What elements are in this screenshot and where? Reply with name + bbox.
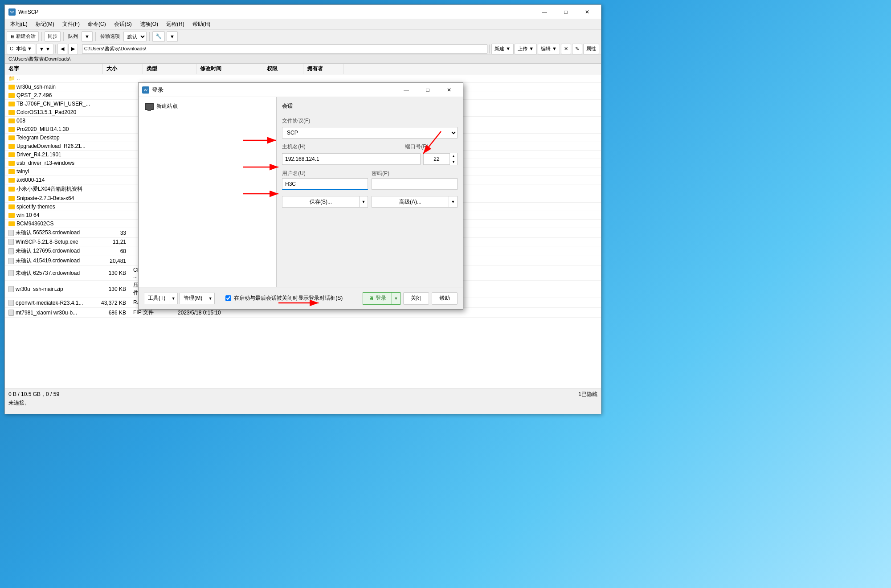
site-tree-panel: 新建站点 <box>139 97 277 287</box>
cancel-button[interactable]: 关闭 <box>403 292 429 305</box>
file-rights-cell <box>232 78 268 79</box>
file-name-cell: usb_driver_r13-windows <box>5 159 94 167</box>
title-bar: W WinSCP — □ ✕ <box>5 5 601 19</box>
rename-button[interactable]: ✎ <box>572 44 582 54</box>
file-name-cell: Snipaste-2.7.3-Beta-x64 <box>5 195 94 202</box>
menu-command[interactable]: 命令(C) <box>84 20 110 29</box>
file-name-cell: Pro2020_MIUI14.1.30 <box>5 126 94 133</box>
sync-button[interactable]: 同步 <box>45 31 61 42</box>
file-name-cell: 📁.. <box>5 75 94 82</box>
file-size-cell: 68 <box>94 248 130 255</box>
dialog-controls: — □ ✕ <box>396 83 459 97</box>
file-date-cell: 2023/5/18 0:15:10 <box>174 309 232 316</box>
file-date-cell <box>174 78 232 79</box>
transfer-label: 传输选项 <box>98 33 122 40</box>
file-size-cell <box>94 86 130 87</box>
file-size-cell <box>94 206 130 207</box>
new-site-item[interactable]: 新建站点 <box>142 101 273 112</box>
advanced-arrow[interactable]: ▼ <box>449 196 458 208</box>
file-name-cell: ax6000-114 <box>5 176 94 184</box>
new-session-button[interactable]: 🖥 新建会话 <box>7 31 39 42</box>
manage-arrow[interactable]: ▼ <box>206 293 215 304</box>
tools-button[interactable]: 工具(T) <box>144 293 169 304</box>
file-size-cell: 130 KB <box>94 286 130 293</box>
protocol-select[interactable]: SCP <box>282 127 458 139</box>
login-dialog: W 登录 — □ ✕ 新建站点 会话 文件协议(F) SCP <box>138 82 463 310</box>
nav-forward[interactable]: ▶ <box>68 44 78 54</box>
col-header-owner[interactable]: 拥有者 <box>303 64 343 74</box>
connection-status: 未连接。 <box>8 399 30 407</box>
queue-button[interactable]: ▼ <box>82 31 93 42</box>
session-panel: 会话 文件协议(F) SCP 主机名(H) 端口号(R) <box>277 97 463 287</box>
file-name-cell: BCM943602CS <box>5 220 94 227</box>
col-header-date: 修改时间 <box>196 64 263 74</box>
credentials-group: 用户名(U) 密码(P) <box>282 170 458 190</box>
props-button[interactable]: 属性 <box>583 44 599 54</box>
drive-select[interactable]: C: 本地 ▼ <box>7 44 35 54</box>
menu-options[interactable]: 选项(O) <box>136 20 162 29</box>
menu-local[interactable]: 本地(L) <box>7 20 31 29</box>
edit-button[interactable]: 编辑 ▼ <box>538 44 560 54</box>
login-button[interactable]: 🖥 登录 <box>363 292 392 305</box>
menu-remote[interactable]: 远程(R) <box>163 20 188 29</box>
menu-file[interactable]: 文件(F) <box>59 20 83 29</box>
dialog-maximize[interactable]: □ <box>417 83 438 97</box>
file-list-header: 名字 大小 类型 修改时间 权限 拥有者 <box>5 64 601 74</box>
file-size-cell <box>94 112 130 113</box>
delete-button[interactable]: ✕ <box>561 44 571 54</box>
addr-sep-2 <box>80 45 80 53</box>
file-name-cell: 小米小爱LX04音箱刷机资料 <box>5 185 94 193</box>
col-header-rights[interactable]: 权限 <box>263 64 303 74</box>
file-type-cell <box>130 78 174 79</box>
menu-help[interactable]: 帮助(H) <box>189 20 214 29</box>
file-size-cell <box>94 215 130 216</box>
col-header-name[interactable]: 名字 <box>5 64 103 74</box>
port-up[interactable]: ▲ <box>450 153 457 159</box>
status-bar: 0 B / 10.5 GB，0 / 59 1已隐藏 未连接。 <box>5 388 601 408</box>
file-owner-cell <box>268 78 303 79</box>
save-arrow[interactable]: ▼ <box>359 196 368 208</box>
port-input[interactable] <box>423 153 450 165</box>
file-name-cell: QPST_2.7.496 <box>5 92 94 99</box>
nav-back[interactable]: ◀ <box>57 44 67 54</box>
advanced-button[interactable]: 高级(A)... <box>372 196 449 208</box>
file-owner-cell <box>268 312 303 313</box>
close-button[interactable]: ✕ <box>577 5 597 19</box>
minimize-button[interactable]: — <box>534 5 555 19</box>
local-path-label: C:\Users\酱紫表\Downloads\ <box>5 55 601 64</box>
new-folder-button[interactable]: 新建 ▼ <box>491 44 514 54</box>
maximize-button[interactable]: □ <box>556 5 576 19</box>
password-input[interactable] <box>372 178 458 190</box>
password-label: 密码(P) <box>372 170 458 177</box>
help-button[interactable]: 帮助 <box>432 292 458 305</box>
transfer-select[interactable]: 默认 <box>123 32 147 41</box>
manage-button[interactable]: 管理(M) <box>180 293 206 304</box>
dialog-close[interactable]: ✕ <box>439 83 459 97</box>
show-on-startup-checkbox[interactable] <box>225 295 231 301</box>
file-rights-cell <box>232 312 268 313</box>
tools-icon-button[interactable]: 🔧 <box>152 31 165 42</box>
tools-arrow-button[interactable]: ▼ <box>167 31 178 42</box>
tools-arrow[interactable]: ▼ <box>169 293 178 304</box>
upload-button[interactable]: 上传 ▼ <box>515 44 537 54</box>
dialog-icon: W <box>142 86 149 94</box>
port-down[interactable]: ▼ <box>450 159 457 165</box>
toolbar-sep-2 <box>63 32 64 41</box>
save-button[interactable]: 保存(S)... <box>282 196 359 208</box>
show-on-startup-label[interactable]: 在启动与最后会话被关闭时显示登录对话框(S) <box>225 294 343 302</box>
menu-mark[interactable]: 标记(M) <box>32 20 58 29</box>
advanced-btn-group: 高级(A)... ▼ <box>372 196 458 208</box>
filter-button[interactable]: ▼ ▼ <box>36 44 53 54</box>
file-row[interactable]: 📁.. <box>5 74 601 83</box>
file-name-cell: 未确认 565253.crdownload <box>5 229 94 237</box>
menu-session[interactable]: 会话(S) <box>110 20 135 29</box>
login-arrow[interactable]: ▼ <box>392 292 401 305</box>
app-title: WinSCP <box>18 9 534 15</box>
path-input[interactable] <box>82 45 487 53</box>
hidden-count: 1已隐藏 <box>578 391 597 398</box>
file-size-cell: 11,21 <box>94 238 130 245</box>
file-size-cell <box>94 78 130 79</box>
host-input[interactable] <box>282 153 421 165</box>
dialog-minimize[interactable]: — <box>396 83 417 97</box>
username-input[interactable] <box>282 178 368 190</box>
